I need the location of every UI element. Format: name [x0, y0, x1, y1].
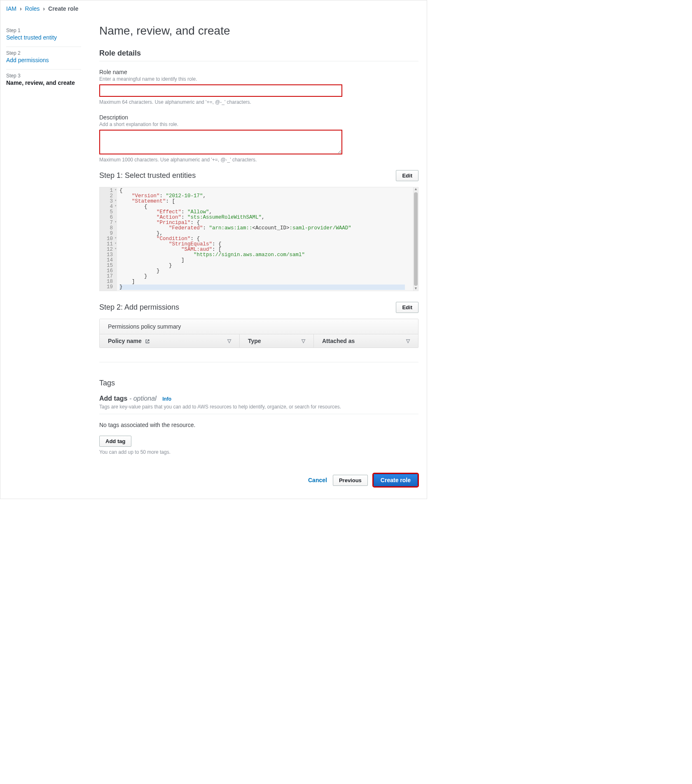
- add-tags-label: Add tags: [99, 395, 127, 402]
- step-number: Step 3: [6, 73, 81, 79]
- step1-title: Step 1: Select trusted entities: [99, 171, 196, 180]
- sort-icon[interactable]: ▽: [406, 338, 410, 344]
- code-gutter: 12345678910111213141516171819: [100, 187, 117, 291]
- permissions-summary-heading: Permissions policy summary: [100, 319, 418, 334]
- role-name-help: Enter a meaningful name to identify this…: [99, 76, 418, 82]
- dash: -: [127, 395, 133, 402]
- step-number: Step 2: [6, 50, 81, 56]
- col-label: Attached as: [322, 338, 355, 344]
- step-add-permissions[interactable]: Add permissions: [6, 57, 49, 63]
- col-attached-as[interactable]: Attached as ▽: [314, 334, 418, 348]
- col-label: Policy name: [108, 338, 142, 344]
- add-tag-button[interactable]: Add tag: [99, 436, 131, 447]
- col-label: Type: [248, 338, 261, 344]
- breadcrumb-current: Create role: [48, 5, 78, 12]
- permissions-columns: Policy name ▽ Type ▽ Attached as ▽: [100, 334, 418, 348]
- step-name-review-create: Name, review, and create: [6, 79, 81, 86]
- breadcrumb-iam[interactable]: IAM: [6, 5, 16, 12]
- edit-permissions-button[interactable]: Edit: [396, 302, 418, 313]
- add-tags-row: Add tags - optional Info: [99, 395, 418, 402]
- role-details-heading: Role details: [99, 49, 418, 58]
- tags-info-link[interactable]: Info: [162, 396, 171, 402]
- chevron-right-icon: ›: [43, 5, 45, 12]
- divider: [99, 414, 418, 414]
- step-number: Step 1: [6, 28, 81, 33]
- col-type[interactable]: Type ▽: [240, 334, 314, 348]
- code-content[interactable]: { "Version": "2012-10-17", "Statement": …: [117, 187, 413, 291]
- description-help: Add a short explanation for this role.: [99, 121, 418, 127]
- page-title: Name, review, and create: [99, 24, 418, 37]
- wizard-steps: Step 1 Select trusted entity Step 2 Add …: [0, 14, 87, 499]
- sort-icon[interactable]: ▽: [302, 338, 305, 344]
- tags-limit: You can add up to 50 more tags.: [99, 449, 418, 455]
- edit-trusted-entities-button[interactable]: Edit: [396, 170, 418, 181]
- divider: [99, 61, 418, 61]
- col-policy-name[interactable]: Policy name ▽: [100, 334, 240, 348]
- step-trusted-entity[interactable]: Select trusted entity: [6, 34, 57, 41]
- permissions-summary: Permissions policy summary Policy name ▽…: [99, 319, 418, 348]
- breadcrumb: IAM › Roles › Create role: [0, 0, 427, 14]
- role-name-hint: Maximum 64 characters. Use alphanumeric …: [99, 99, 418, 105]
- scroll-down-icon[interactable]: ▼: [414, 287, 418, 291]
- chevron-right-icon: ›: [20, 5, 22, 12]
- scroll-up-icon[interactable]: ▲: [414, 187, 418, 191]
- breadcrumb-roles[interactable]: Roles: [25, 5, 40, 12]
- external-link-icon: [145, 339, 150, 344]
- step2-title: Step 2: Add permissions: [99, 303, 179, 312]
- description-input[interactable]: [99, 130, 342, 154]
- scrollbar[interactable]: ▲ ▼: [413, 187, 418, 291]
- optional-label: optional: [133, 395, 157, 402]
- cancel-link[interactable]: Cancel: [308, 477, 327, 483]
- scrollbar-thumb[interactable]: [414, 192, 418, 286]
- tags-sub: Tags are key-value pairs that you can ad…: [99, 404, 418, 410]
- create-role-button[interactable]: Create role: [374, 474, 418, 486]
- tags-heading: Tags: [99, 379, 418, 387]
- sort-icon[interactable]: ▽: [227, 338, 231, 344]
- footer-actions: Cancel Previous Create role: [99, 474, 418, 486]
- tags-empty: No tags associated with the resource.: [99, 422, 418, 428]
- divider: [99, 362, 418, 362]
- role-name-label: Role name: [99, 69, 418, 75]
- role-name-input[interactable]: [99, 84, 342, 97]
- description-label: Description: [99, 114, 418, 121]
- previous-button[interactable]: Previous: [333, 475, 368, 486]
- trust-policy-editor: 12345678910111213141516171819 { "Version…: [99, 187, 418, 291]
- description-hint: Maximum 1000 characters. Use alphanumeri…: [99, 157, 418, 163]
